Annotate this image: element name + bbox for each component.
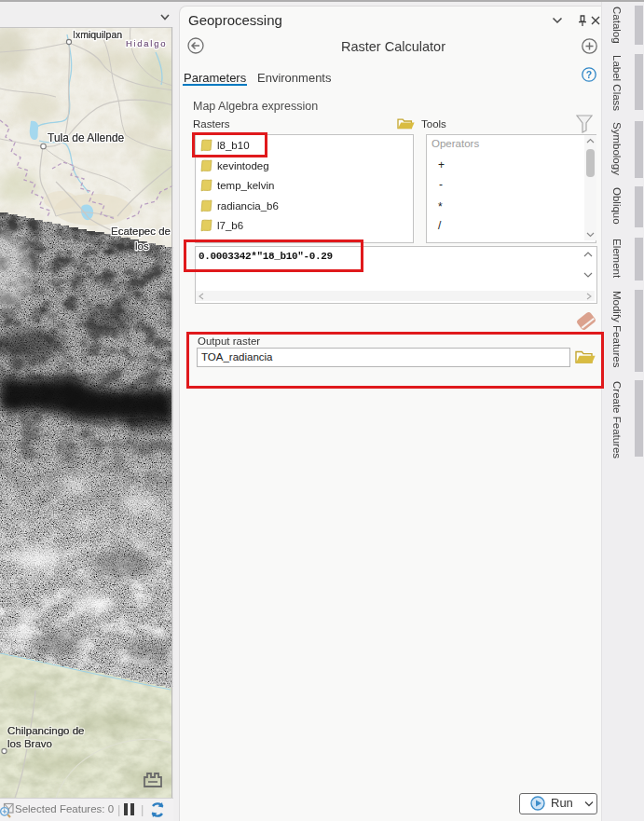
- svg-text:?: ?: [586, 69, 592, 80]
- svg-text:los Bravo: los Bravo: [7, 738, 52, 749]
- svg-text:Ecatepec de: Ecatepec de: [111, 226, 171, 237]
- svg-text:Hidalgo: Hidalgo: [126, 38, 167, 48]
- svg-text:los: los: [135, 240, 149, 252]
- svg-text:Tula de Allende: Tula de Allende: [48, 131, 125, 144]
- svg-text:Chilpancingo de: Chilpancingo de: [7, 725, 84, 736]
- svg-text:Ixmiquilpan: Ixmiquilpan: [73, 29, 122, 40]
